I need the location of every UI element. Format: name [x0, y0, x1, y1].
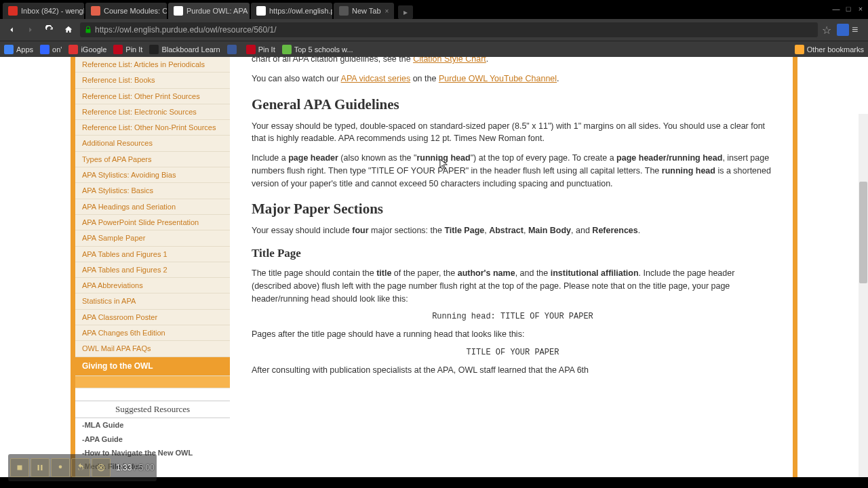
youtube-link[interactable]: Purdue OWL YouTube Channel: [439, 74, 557, 83]
sidebar-item[interactable]: Reference List: Books: [75, 73, 230, 88]
svg-rect-2: [41, 465, 42, 470]
nav-bar: https://owl.english.purdue.edu/owl/resou…: [0, 19, 868, 41]
suggested-item[interactable]: -MLA Guide: [75, 418, 230, 432]
undo-button[interactable]: [71, 458, 90, 477]
tab-owl-english[interactable]: https://owl.english.p×: [251, 3, 332, 19]
svg-rect-1: [38, 465, 39, 470]
sidebar-item[interactable]: APA Sample Paper: [75, 230, 230, 246]
paragraph: After consulting with publication specia…: [252, 364, 774, 377]
browser-chrome: Inbox (842) - wengh× Course Modules: CG×…: [0, 0, 868, 41]
bookmark-item[interactable]: Blackboard Learn: [149, 45, 220, 54]
url-text: https://owl.english.purdue.edu/owl/resou…: [95, 25, 277, 35]
menu-icon[interactable]: ≡: [852, 24, 864, 36]
mic-button[interactable]: [51, 458, 70, 477]
sidebar-item[interactable]: APA Stylistics: Avoiding Bias: [75, 167, 230, 183]
sidebar-item[interactable]: APA PowerPoint Slide Presentation: [75, 215, 230, 230]
sidebar-item[interactable]: APA Headings and Seriation: [75, 199, 230, 215]
svg-rect-0: [18, 466, 22, 470]
bookmarks-bar: Apps on' iGoogle Pin It Blackboard Learn…: [0, 41, 868, 57]
paragraph: The title page should contain the title …: [252, 267, 774, 305]
forward-button[interactable]: [23, 22, 38, 37]
sidebar-item[interactable]: APA Classroom Poster: [75, 310, 230, 325]
sidebar-item[interactable]: OWL Mail APA FAQs: [75, 341, 230, 357]
sidebar-item[interactable]: Additional Resources: [75, 136, 230, 151]
other-bookmarks[interactable]: Other bookmarks: [795, 45, 864, 54]
bookmark-item[interactable]: Top 5 schools w...: [282, 45, 353, 54]
sidebar-item[interactable]: Reference List: Other Print Sources: [75, 89, 230, 104]
pause-button[interactable]: [31, 458, 50, 477]
sidebar-item[interactable]: APA Changes 6th Edition: [75, 325, 230, 341]
svg-point-3: [59, 466, 62, 469]
paragraph: Your essay should include four major sec…: [252, 224, 774, 237]
sidebar-giving[interactable]: Giving to the OWL: [75, 357, 230, 377]
tab-inbox[interactable]: Inbox (842) - wengh×: [3, 3, 84, 19]
video-player-controls: 1:33 / 5:00: [8, 454, 157, 481]
heading-major-sections: Major Paper Sections: [252, 201, 774, 218]
sidebar-item[interactable]: Reference List: Other Non-Print Sources: [75, 120, 230, 136]
cancel-button[interactable]: [92, 458, 111, 477]
bookmark-item[interactable]: [227, 45, 239, 54]
reload-button[interactable]: [42, 22, 57, 37]
maximize-button[interactable]: □: [844, 4, 853, 14]
sidebar-item[interactable]: Reference List: Articles in Periodicals: [75, 57, 230, 73]
main-content: chart of all APA citation guidelines, se…: [230, 57, 793, 477]
bookmark-item[interactable]: iGoogle: [68, 45, 106, 54]
scrollbar-thumb[interactable]: [859, 182, 867, 283]
sidebar-item[interactable]: APA Tables and Figures 2: [75, 262, 230, 278]
sidebar-item[interactable]: APA Abbreviations: [75, 278, 230, 293]
back-button[interactable]: [4, 22, 19, 37]
paragraph: Pages after the title page should have a…: [252, 328, 774, 341]
extension-icon[interactable]: [837, 24, 849, 36]
close-window-button[interactable]: ×: [856, 4, 865, 14]
playback-time: 1:33 / 5:00: [116, 463, 155, 472]
sidebar-item[interactable]: APA Tables and Figures 1: [75, 247, 230, 262]
suggested-header: Suggested Resources: [75, 401, 230, 418]
sidebar-spacer: [75, 376, 230, 388]
sidebar-item[interactable]: Statistics in APA: [75, 293, 230, 309]
apps-button[interactable]: Apps: [4, 45, 33, 54]
bookmark-item[interactable]: Pin It: [113, 45, 142, 54]
suggested-item[interactable]: -APA Guide: [75, 432, 230, 446]
scrollbar[interactable]: [859, 114, 868, 477]
code-sample: Running head: TITLE OF YOUR PAPER: [252, 312, 774, 321]
sidebar-item[interactable]: APA Stylistics: Basics: [75, 183, 230, 199]
new-tab-button[interactable]: ▸: [398, 5, 413, 19]
vidcast-link[interactable]: APA vidcast series: [341, 74, 411, 83]
tab-new[interactable]: New Tab×: [334, 3, 394, 19]
heading-title-page: Title Page: [252, 247, 774, 260]
stop-button[interactable]: [10, 458, 29, 477]
citation-chart-link[interactable]: Citation Style Chart: [413, 57, 486, 64]
bookmark-item[interactable]: on': [40, 45, 62, 54]
sidebar: Reference List: Articles in PeriodicalsR…: [75, 57, 230, 477]
sidebar-item[interactable]: Reference List: Electronic Sources: [75, 104, 230, 120]
paragraph: Include a page header (also known as the…: [252, 152, 774, 190]
heading-general-guidelines: General APA Guidelines: [252, 96, 774, 113]
home-button[interactable]: [61, 22, 76, 37]
lock-icon: [84, 26, 92, 34]
star-icon[interactable]: ☆: [822, 24, 834, 36]
tab-course[interactable]: Course Modules: CG×: [85, 3, 167, 19]
minimize-button[interactable]: —: [831, 4, 841, 14]
close-icon[interactable]: ×: [385, 7, 389, 15]
paragraph: Your essay should be typed, double-space…: [252, 120, 774, 146]
sidebar-item[interactable]: Types of APA Papers: [75, 152, 230, 167]
bookmark-item[interactable]: Pin It: [246, 45, 275, 54]
page-viewport: Reference List: Articles in PeriodicalsR…: [0, 57, 868, 477]
url-bar[interactable]: https://owl.english.purdue.edu/owl/resou…: [80, 22, 818, 37]
code-sample: TITLE OF YOUR PAPER: [252, 348, 774, 357]
tab-strip: Inbox (842) - wengh× Course Modules: CG×…: [0, 0, 868, 19]
tab-purdue-owl[interactable]: Purdue OWL: APA Fo×: [168, 3, 250, 19]
